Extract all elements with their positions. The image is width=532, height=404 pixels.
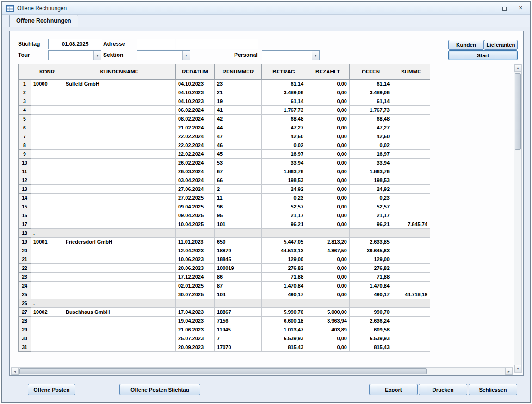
cell-kundenname[interactable] [63,167,176,176]
cell-bezahlt[interactable]: 0,00 [306,194,350,202]
cell-bezahlt[interactable]: 403,89 [306,325,350,334]
cell-summe[interactable] [392,106,430,115]
cell-kdnr[interactable] [31,176,63,185]
chevron-down-icon[interactable]: ▾ [93,51,101,60]
row-number[interactable]: 4 [19,106,31,115]
close-button[interactable]: ✕ [519,5,523,11]
cell-summe[interactable] [392,97,430,106]
sektion-select[interactable]: ▾ [137,50,190,60]
adresse-input-2[interactable] [176,39,258,49]
cell-redatum[interactable]: 21.02.2024 [176,123,215,132]
col-header-summe[interactable]: SUMME [392,64,430,80]
cell-summe[interactable] [392,299,430,308]
cell-betrag[interactable]: 68,48 [262,115,306,123]
cell-offen[interactable]: 815,43 [350,343,392,352]
cell-offen[interactable]: 129,00 [350,255,392,264]
row-number[interactable]: 6 [19,123,31,132]
cell-offen[interactable]: 71,88 [350,273,392,282]
cell-renummer[interactable]: 11 [215,194,262,202]
scroll-right-icon[interactable]: ► [505,368,513,375]
cell-offen[interactable]: 198,53 [350,176,392,185]
schliessen-button[interactable]: Schliessen [469,384,517,395]
cell-redatum[interactable]: 19.04.2023 [176,317,215,325]
drucken-button[interactable]: Drucken [419,384,467,395]
cell-summe[interactable] [392,194,430,202]
row-number[interactable]: 27 [19,308,31,317]
row-number[interactable]: 2 [19,88,31,97]
cell-summe[interactable]: 44.718,19 [392,290,430,299]
cell-betrag[interactable]: 1.767,73 [262,106,306,115]
cell-redatum[interactable] [176,229,215,238]
cell-kundenname[interactable] [63,141,176,150]
cell-redatum[interactable]: 22.02.2024 [176,132,215,141]
cell-offen[interactable]: 1.863,76 [350,167,392,176]
cell-kdnr[interactable] [31,194,63,202]
horizontal-scrollbar[interactable]: ◄ ► [11,367,513,375]
cell-bezahlt[interactable]: 0,00 [306,80,350,88]
col-header-renummer[interactable]: RENUMMER [215,64,262,80]
cell-renummer[interactable]: 96 [215,202,262,211]
cell-betrag[interactable]: 0,23 [262,194,306,202]
cell-offen[interactable]: 490,17 [350,290,392,299]
cell-kundenname[interactable] [63,211,176,220]
cell-bezahlt[interactable]: 0,00 [306,290,350,299]
cell-kundenname[interactable] [63,290,176,299]
cell-betrag[interactable]: 21,17 [262,211,306,220]
cell-renummer[interactable]: 18879 [215,246,262,255]
cell-offen[interactable]: 52,57 [350,202,392,211]
cell-redatum[interactable]: 09.04.2025 [176,202,215,211]
cell-kundenname[interactable] [63,150,176,159]
cell-bezahlt[interactable]: 0,00 [306,185,350,194]
cell-redatum[interactable]: 20.06.2023 [176,264,215,273]
cell-summe[interactable] [392,150,430,159]
cell-kundenname[interactable] [63,115,176,123]
row-number[interactable]: 26 [19,299,31,308]
cell-kdnr[interactable] [31,123,63,132]
cell-kdnr[interactable] [31,88,63,97]
cell-betrag[interactable]: 129,00 [262,255,306,264]
cell-renummer[interactable]: 42 [215,115,262,123]
cell-bezahlt[interactable]: 0,00 [306,132,350,141]
cell-summe[interactable]: 7.845,74 [392,220,430,229]
cell-bezahlt[interactable]: 2.813,20 [306,238,350,246]
cell-kdnr[interactable] [31,334,63,343]
cell-offen[interactable]: 61,14 [350,97,392,106]
kunden-button[interactable]: Kunden [448,40,484,50]
cell-kdnr[interactable] [31,290,63,299]
cell-betrag[interactable]: 0,02 [262,141,306,150]
cell-renummer[interactable]: 104 [215,290,262,299]
cell-redatum[interactable]: 11.01.2023 [176,238,215,246]
cell-bezahlt[interactable]: 0,00 [306,264,350,273]
cell-kundenname[interactable] [63,317,176,325]
cell-kdnr[interactable] [31,115,63,123]
cell-kundenname[interactable] [63,106,176,115]
cell-bezahlt[interactable]: 0,00 [306,273,350,282]
cell-renummer[interactable]: 95 [215,211,262,220]
row-number[interactable]: 18 [19,229,31,238]
cell-offen[interactable]: 2.636,24 [350,317,392,325]
cell-redatum[interactable]: 09.04.2025 [176,211,215,220]
cell-summe[interactable] [392,255,430,264]
cell-kundenname[interactable] [63,88,176,97]
cell-redatum[interactable]: 22.02.2024 [176,150,215,159]
col-header-offen[interactable]: OFFEN [350,64,392,80]
cell-bezahlt[interactable]: 0,00 [306,123,350,132]
cell-bezahlt[interactable]: 0,00 [306,176,350,185]
cell-renummer[interactable]: 100019 [215,264,262,273]
cell-kundenname[interactable] [63,343,176,352]
vertical-scrollbar[interactable]: ▲ ▼ [514,64,522,373]
cell-kundenname[interactable] [63,255,176,264]
cell-summe[interactable] [392,246,430,255]
cell-offen[interactable]: 42,60 [350,132,392,141]
cell-betrag[interactable]: 44.513,13 [262,246,306,255]
cell-kundenname[interactable] [63,229,176,238]
cell-redatum[interactable]: 27.02.2025 [176,194,215,202]
cell-renummer[interactable]: 2 [215,185,262,194]
cell-bezahlt[interactable]: 0,00 [306,97,350,106]
cell-betrag[interactable]: 1.863,76 [262,167,306,176]
tour-select[interactable]: ▾ [48,50,101,60]
cell-bezahlt[interactable]: 0,00 [306,167,350,176]
row-number[interactable]: 25 [19,290,31,299]
cell-kundenname[interactable] [63,273,176,282]
cell-kundenname[interactable] [63,194,176,202]
